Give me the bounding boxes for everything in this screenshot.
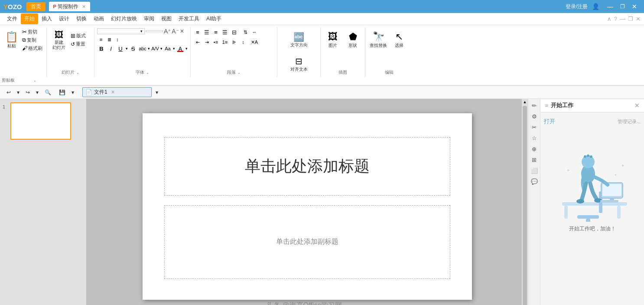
sidebar-manage-button[interactable]: 管理记录... (618, 118, 641, 125)
text-direction-button[interactable]: ⇅ (241, 28, 250, 36)
sidebar-tool-add[interactable]: ⊕ (530, 144, 539, 154)
sidebar-tool-download[interactable]: ⬇ (530, 302, 539, 305)
select-button[interactable]: ↖ 选择 (390, 28, 409, 52)
menu-item-animation[interactable]: 动画 (90, 13, 107, 24)
text-effect-dropdown[interactable]: ▾ (148, 46, 150, 51)
line-spacing-button[interactable]: ↕ (114, 36, 121, 43)
cut-button[interactable]: ✂ 剪切 (21, 28, 44, 36)
bold-button[interactable]: B (97, 44, 106, 53)
menu-item-ai[interactable]: AI助手 (203, 13, 225, 24)
sidebar-tool-edit[interactable]: ✏ (530, 101, 539, 110)
indent-dec-button[interactable]: ⇤ (193, 38, 202, 46)
text-case-dropdown[interactable]: ▾ (173, 46, 175, 51)
slide-canvas[interactable]: 单击此处添加标题 单击此处添加副标题 (143, 113, 472, 300)
strikethrough-button[interactable]: S (129, 44, 137, 53)
font-size-decrease-button[interactable]: A⁻ (172, 28, 179, 35)
paste-button[interactable]: 📋 粘贴 (3, 28, 20, 52)
menu-item-insert[interactable]: 插入 (38, 13, 55, 24)
login-button[interactable]: 登录/注册 (566, 3, 588, 10)
file-close-button[interactable]: ✕ (111, 89, 115, 95)
font-color-dropdown[interactable]: ▾ (185, 46, 188, 51)
font-size-selector[interactable] (146, 30, 163, 32)
sidebar-close-button[interactable]: ✕ (634, 102, 640, 109)
new-slide-button[interactable]: 🖼 新建幻灯片 (49, 28, 68, 52)
undo-button[interactable]: ↩ (3, 88, 14, 97)
font-clear-button[interactable]: ✕ (180, 28, 184, 34)
restore-win-icon[interactable]: ❐ (628, 16, 633, 22)
columns-button[interactable]: ⫸ (230, 38, 238, 46)
align-center-button[interactable]: ☰ (202, 28, 211, 36)
slide-thumbnail-1[interactable] (10, 102, 71, 140)
sidebar-tool-chat[interactable]: 💬 (530, 177, 539, 186)
redo-dropdown[interactable]: ▾ (35, 88, 40, 97)
list-indent-2-button[interactable]: ≣ (105, 36, 113, 43)
copy-button[interactable]: ⧉ 复制 (21, 36, 44, 44)
document-tab[interactable]: P 简报制作 ✕ (49, 2, 90, 11)
scroll-thumb[interactable] (523, 106, 527, 305)
clear-format-button[interactable]: ✕A (250, 38, 259, 46)
menu-item-file[interactable]: 文件 (3, 13, 21, 24)
sidebar-open-button[interactable]: 打开 (544, 118, 555, 125)
menu-item-view[interactable]: 视图 (158, 13, 175, 24)
text-direction-btn[interactable]: 🔤 文字方向 (280, 28, 318, 52)
text-effect-button[interactable]: abc (138, 44, 147, 53)
font-name-selector[interactable]: ▾ (97, 28, 145, 34)
menu-item-slideshow[interactable]: 幻灯片放映 (107, 13, 140, 24)
sidebar-tool-box[interactable]: ⬜ (530, 166, 539, 175)
sidebar-tool-grid[interactable]: ⊞ (530, 155, 539, 164)
shape-button[interactable]: ⬟ 形状 (343, 28, 362, 52)
menu-item-start[interactable]: 开始 (21, 13, 38, 24)
font-size-increase-button[interactable]: A⁺ (164, 28, 171, 35)
menu-item-devtools[interactable]: 开发工具 (175, 13, 203, 24)
char-spacing-button[interactable]: A/V (151, 44, 159, 53)
menu-item-design[interactable]: 设计 (55, 13, 73, 24)
reset-button[interactable]: ↺ 重置 (69, 40, 87, 48)
menu-item-switch[interactable]: 切换 (73, 13, 90, 24)
underline-dropdown[interactable]: ▾ (126, 46, 128, 51)
sidebar-tool-star[interactable]: ☆ (530, 133, 539, 143)
save-dropdown[interactable]: ▾ (70, 88, 75, 97)
win-restore-button[interactable]: ❐ (617, 3, 628, 10)
char-spacing-dropdown[interactable]: ▾ (160, 46, 163, 51)
underline-button[interactable]: U (116, 44, 125, 53)
win-min-button[interactable]: — (604, 3, 617, 10)
win-close-button[interactable]: ✕ (628, 3, 641, 10)
align-justify-button[interactable]: ☰ (221, 28, 229, 36)
save-button[interactable]: 💾 (56, 88, 68, 97)
slide-item-1[interactable]: 1 (3, 102, 84, 140)
numbered-list-button[interactable]: 1≡ (221, 38, 229, 46)
line-spacing2-button[interactable]: ↕ (239, 38, 247, 46)
collapse-icon[interactable]: — (620, 16, 625, 22)
bullet-list-button[interactable]: •≡ (211, 38, 220, 46)
align-text-btn[interactable]: ⊟ 对齐文本 (280, 52, 318, 76)
close-win-icon[interactable]: ✕ (636, 16, 641, 22)
list-indent-1-button[interactable]: ≡ (97, 36, 105, 43)
zoom-button[interactable]: 🔍 (42, 88, 54, 97)
home-tab[interactable]: 首页 (26, 2, 46, 11)
picture-button[interactable]: 🖼 图片 (323, 28, 342, 52)
align-right-button[interactable]: ≡ (211, 28, 220, 36)
font-color-button[interactable]: A (176, 44, 185, 53)
tab-close-icon[interactable]: ✕ (82, 4, 86, 10)
align-left-button[interactable]: ≡ (193, 28, 202, 36)
file-dropdown-button[interactable]: ▾ (153, 88, 160, 97)
layout-button[interactable]: ⊞ 版式 (69, 32, 87, 39)
sidebar-tool-scissors[interactable]: ✂ (530, 122, 539, 132)
text-case-button[interactable]: Aa (163, 44, 172, 53)
title-placeholder[interactable]: 单击此处添加标题 (164, 137, 450, 196)
file-name-tab[interactable]: 📄 文件1 ✕ (82, 87, 152, 97)
menu-item-review[interactable]: 审阅 (140, 13, 158, 24)
v-scrollbar[interactable]: ▲ ▼ (522, 99, 528, 305)
redo-button[interactable]: ↪ (23, 88, 33, 97)
distribute-button[interactable]: ⊟ (230, 28, 238, 36)
scroll-up-arrow[interactable]: ▲ (522, 99, 528, 105)
sidebar-tool-settings[interactable]: ⚙ (530, 112, 539, 121)
undo-dropdown[interactable]: ▾ (16, 88, 21, 97)
subtitle-placeholder[interactable]: 单击此处添加副标题 (164, 205, 450, 279)
find-replace-button[interactable]: 🔭 查找替换 (368, 28, 389, 52)
indent-inc-button[interactable]: ⇥ (202, 38, 211, 46)
text-size-fit-button[interactable]: ↔ (250, 28, 259, 36)
italic-button[interactable]: I (107, 44, 115, 53)
format-brush-button[interactable]: 🖌 格式刷 (21, 45, 44, 52)
help-icon[interactable]: ? (614, 16, 617, 22)
